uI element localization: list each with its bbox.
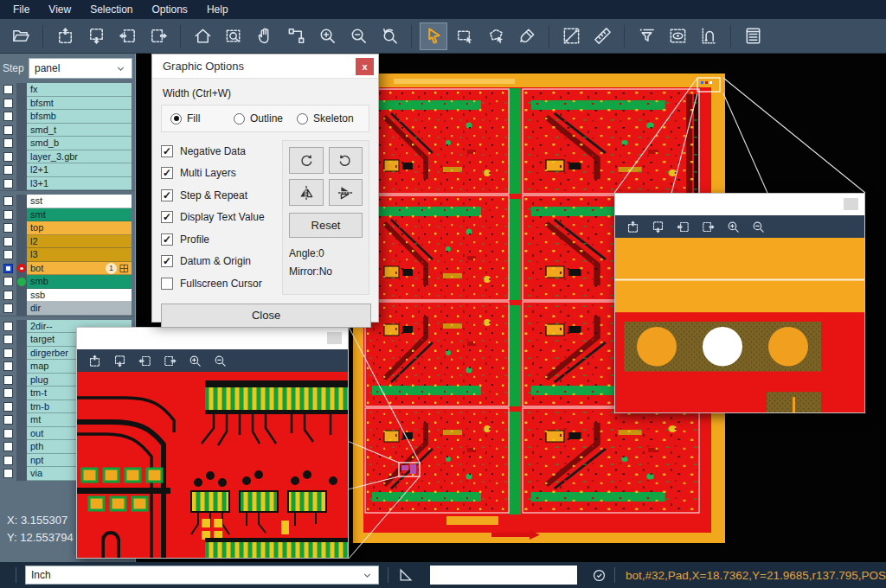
- layer-checkbox[interactable]: [3, 99, 13, 108]
- layer-checkbox[interactable]: [3, 469, 13, 478]
- close-button[interactable]: Close: [161, 304, 371, 328]
- zoom-out-tool[interactable]: [344, 22, 372, 50]
- measure-path-tool[interactable]: [282, 22, 310, 50]
- layer-name[interactable]: smb: [27, 275, 132, 289]
- layer-checkbox[interactable]: [3, 223, 13, 233]
- layer-name[interactable]: bfsmt: [27, 97, 132, 111]
- step-select[interactable]: panel: [29, 58, 132, 79]
- rotate-cw-button[interactable]: [289, 147, 324, 174]
- pan-down-tool[interactable]: [109, 352, 130, 369]
- layer-checkbox[interactable]: [3, 291, 13, 300]
- layer-checkbox[interactable]: [3, 196, 13, 206]
- home-view-tool[interactable]: [189, 22, 216, 50]
- pan-left-tool[interactable]: [672, 218, 693, 235]
- magnifier-view[interactable]: [77, 372, 348, 558]
- layer-checkbox[interactable]: [3, 277, 13, 286]
- report-list-tool[interactable]: [739, 22, 767, 50]
- layer-name[interactable]: l2: [27, 235, 132, 249]
- layer-name[interactable]: dir: [27, 302, 132, 316]
- layer-checkbox[interactable]: [3, 179, 13, 189]
- layer-checkbox[interactable]: [3, 125, 13, 135]
- pan-down-tool[interactable]: [647, 218, 668, 235]
- window-button[interactable]: [327, 332, 342, 344]
- menu-file[interactable]: File: [3, 2, 39, 17]
- radio-skeleton[interactable]: Skeleton: [297, 112, 360, 125]
- pan-up-tool[interactable]: [51, 22, 79, 50]
- layer-name[interactable]: ssb: [27, 289, 132, 303]
- option-step-repeat[interactable]: ✓Step & Repeat: [161, 184, 280, 207]
- window-button[interactable]: [844, 198, 858, 210]
- layer-checkbox[interactable]: [3, 361, 13, 371]
- layer-checkbox[interactable]: [3, 402, 13, 412]
- pan-right-tool[interactable]: [144, 22, 172, 50]
- option-profile[interactable]: ✓Profile: [161, 228, 280, 251]
- select-arrow-tool[interactable]: [420, 22, 447, 50]
- layer-name[interactable]: sst: [27, 195, 132, 208]
- layer-name[interactable]: l3+1: [27, 177, 132, 191]
- layer-checkbox[interactable]: [3, 348, 13, 358]
- pan-left-tool[interactable]: [113, 22, 141, 50]
- magnifier-titlebar[interactable]: [615, 194, 864, 215]
- layer-checkbox[interactable]: [3, 335, 13, 344]
- poly-select-tool[interactable]: [482, 22, 510, 50]
- rotate-ccw-button[interactable]: [329, 147, 363, 174]
- zoom-out-tool[interactable]: [209, 352, 230, 369]
- layer-name[interactable]: smd_t: [27, 124, 132, 137]
- zoom-in-tool[interactable]: [313, 22, 341, 50]
- measure-distance-tool[interactable]: [557, 22, 585, 50]
- zoom-in-tool[interactable]: [184, 352, 205, 369]
- layer-checkbox[interactable]: [3, 322, 13, 331]
- option-fullscreen-cursor[interactable]: Fullscreen Cursor: [161, 272, 280, 295]
- menu-options[interactable]: Options: [143, 2, 197, 17]
- graphic-options-dialog[interactable]: Graphic Options x Width (Ctrl+W) FillOut…: [151, 54, 379, 323]
- magnifier-view[interactable]: [615, 238, 864, 412]
- option-multi-layers[interactable]: ✓Multi Layers: [161, 163, 280, 185]
- layer-checkbox[interactable]: [3, 456, 13, 465]
- layer-name[interactable]: layer_3.gbr: [27, 150, 132, 164]
- layer-name[interactable]: l2+1: [27, 163, 132, 177]
- layer-name[interactable]: bot1: [27, 262, 132, 276]
- pan-right-tool[interactable]: [159, 352, 180, 369]
- magnifier-window-left[interactable]: [76, 327, 349, 559]
- flip-v-button[interactable]: [329, 179, 363, 206]
- menu-selection[interactable]: Selection: [80, 2, 142, 17]
- view-options-tool[interactable]: [664, 22, 691, 50]
- layer-name[interactable]: l3: [27, 248, 132, 262]
- radio-outline[interactable]: Outline: [234, 112, 297, 125]
- magnifier-titlebar[interactable]: [77, 328, 348, 349]
- ruler-tool[interactable]: [588, 22, 616, 50]
- zoom-previous-tool[interactable]: [376, 22, 403, 50]
- layer-checkbox[interactable]: [3, 210, 13, 220]
- layer-name[interactable]: fx: [27, 83, 132, 97]
- pan-hand-tool[interactable]: [251, 22, 279, 50]
- layer-checkbox[interactable]: [3, 250, 13, 259]
- layer-checkbox[interactable]: [3, 152, 13, 162]
- zoom-out-tool[interactable]: [748, 218, 768, 235]
- pan-down-tool[interactable]: [82, 22, 110, 50]
- flip-h-button[interactable]: [289, 179, 324, 206]
- dialog-titlebar[interactable]: Graphic Options x: [152, 54, 378, 79]
- layer-checkbox[interactable]: [3, 304, 13, 313]
- option-negative-data[interactable]: ✓Negative Data: [161, 140, 280, 163]
- zoom-in-tool[interactable]: [722, 218, 743, 235]
- layer-checkbox[interactable]: [3, 138, 13, 148]
- layer-checkbox[interactable]: [3, 429, 13, 438]
- unit-select[interactable]: Inch: [25, 566, 379, 585]
- pan-left-tool[interactable]: [134, 352, 155, 369]
- layer-checkbox[interactable]: [3, 415, 13, 425]
- menu-help[interactable]: Help: [197, 2, 238, 17]
- open-folder-tool[interactable]: [7, 22, 35, 50]
- menu-view[interactable]: View: [39, 2, 80, 17]
- rect-select-tool[interactable]: [451, 22, 478, 50]
- option-datum-origin[interactable]: ✓Datum & Origin: [161, 251, 280, 273]
- angle-measure-icon[interactable]: [397, 566, 414, 584]
- pan-up-tool[interactable]: [622, 218, 643, 235]
- zoom-window-tool[interactable]: [220, 22, 247, 50]
- layer-checkbox[interactable]: [3, 264, 13, 273]
- layer-checkbox[interactable]: [3, 85, 13, 94]
- pan-up-tool[interactable]: [84, 352, 105, 369]
- brush-clear-tool[interactable]: [513, 22, 541, 50]
- filter-tool[interactable]: [632, 22, 660, 50]
- option-display-text-value[interactable]: ✓Display Text Value: [161, 207, 280, 229]
- magnifier-window-right[interactable]: [614, 193, 865, 413]
